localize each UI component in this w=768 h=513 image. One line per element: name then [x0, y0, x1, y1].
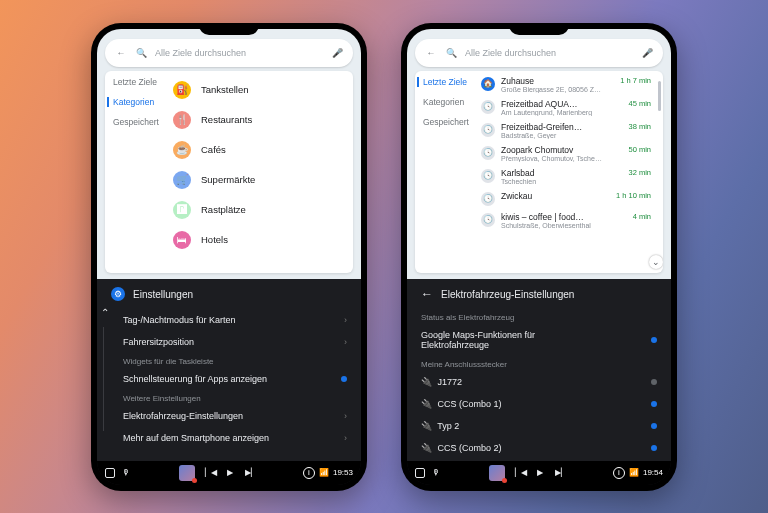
- recent-title: Zuhause: [501, 76, 614, 86]
- settings-panel-right: ← Elektrofahrzeug-Einstellungen Status a…: [407, 279, 671, 460]
- mic-nav-icon[interactable]: 🎙: [431, 468, 441, 477]
- plug-item[interactable]: 🔌 CCS (Combo 1): [421, 393, 657, 415]
- settings-panel-left: ⚙ Einstellungen ⌃ Tag-/Nachtmodus für Ka…: [97, 279, 361, 460]
- plug-item[interactable]: 🔌 Typ 2: [421, 415, 657, 437]
- recent-title: Freizeitbad-Greifen…: [501, 122, 622, 132]
- setting-maps-ev[interactable]: Google Maps-Funktionen für Elektrofahrze…: [421, 324, 657, 356]
- scrollbar-thumb[interactable]: [658, 81, 661, 111]
- status-label: Status als Elektrofahrzeug: [421, 309, 657, 324]
- settings-title: Elektrofahrzeug-Einstellungen: [441, 289, 574, 300]
- toggle-off[interactable]: [651, 379, 657, 385]
- recent-item[interactable]: 🕓Zoopark ChomutovPřemyslova, Chomutov, T…: [477, 142, 661, 165]
- recent-item[interactable]: 🕓Freizeitbad AQUA…Am Lautengrund, Marien…: [477, 96, 661, 119]
- plugs-label: Meine Anschlussstecker: [421, 356, 657, 371]
- toggle-on[interactable]: [651, 337, 657, 343]
- recent-item[interactable]: 🕓KarlsbadTschechien32 min: [477, 165, 661, 188]
- recent-item[interactable]: 🕓Zwickau1 h 10 min: [477, 188, 661, 209]
- category-item[interactable]: ☕Cafés: [171, 135, 345, 165]
- chevron-right-icon: ›: [344, 337, 347, 347]
- notch: [199, 23, 259, 35]
- category-icon: 🅿: [173, 201, 191, 219]
- toggle-on[interactable]: [341, 376, 347, 382]
- next-icon[interactable]: ▶▏: [555, 468, 565, 477]
- category-label: Hotels: [201, 234, 228, 245]
- clock-icon: 🕓: [481, 146, 495, 160]
- setting-ev[interactable]: Elektrofahrzeug-Einstellungen›: [111, 405, 347, 427]
- recent-subtitle: Am Lautengrund, Marienberg: [501, 109, 622, 116]
- tab-categories[interactable]: Kategorien: [107, 97, 167, 107]
- setting-more[interactable]: Mehr auf dem Smartphone anzeigen›: [111, 427, 347, 449]
- mic-nav-icon[interactable]: 🎙: [121, 468, 131, 477]
- chevron-right-icon: ›: [344, 315, 347, 325]
- category-item[interactable]: 🍴Restaurants: [171, 105, 345, 135]
- mic-icon[interactable]: 🎤: [641, 48, 653, 58]
- maps-body: Letzte Ziele Kategorien Gespeichert 🏠Zuh…: [415, 71, 663, 274]
- scroll-down-icon[interactable]: ⌄: [649, 255, 663, 269]
- next-icon[interactable]: ▶▏: [245, 468, 255, 477]
- collapse-icon[interactable]: ⌃: [101, 307, 109, 318]
- plug-item[interactable]: 🔌 J1772: [421, 371, 657, 393]
- settings-header: ← Elektrofahrzeug-Einstellungen: [421, 285, 657, 309]
- category-item[interactable]: 🅿Rastplätze: [171, 195, 345, 225]
- tab-recent[interactable]: Letzte Ziele: [113, 77, 167, 87]
- category-label: Restaurants: [201, 114, 252, 125]
- chevron-right-icon: ›: [344, 433, 347, 443]
- category-label: Cafés: [201, 144, 226, 155]
- phone-right: ← 🔍 Alle Ziele durchsuchen 🎤 Letzte Ziel…: [401, 23, 677, 491]
- recent-list: 🏠ZuhauseGroße Biergasse 2E, 08056 Z…1 h …: [477, 71, 663, 274]
- setting-seat[interactable]: Fahrersitzposition›: [111, 331, 347, 353]
- back-icon[interactable]: ←: [421, 287, 433, 301]
- setting-quick[interactable]: Schnellsteuerung für Apps anzeigen: [111, 368, 347, 390]
- prev-icon[interactable]: ▏◀: [205, 468, 215, 477]
- recent-title: Zoopark Chomutov: [501, 145, 622, 155]
- back-icon[interactable]: ←: [425, 48, 437, 58]
- phone-left: ← 🔍 Alle Ziele durchsuchen 🎤 Letzte Ziel…: [91, 23, 367, 491]
- category-item[interactable]: 🛏Hotels: [171, 225, 345, 255]
- plug-icon: 🔌: [421, 399, 435, 409]
- toggle-on[interactable]: [651, 423, 657, 429]
- recents-icon[interactable]: [415, 468, 425, 478]
- tab-recent[interactable]: Letzte Ziele: [417, 77, 477, 87]
- back-icon[interactable]: ←: [115, 48, 127, 58]
- plug-icon: 🔌: [421, 421, 435, 431]
- category-icon: 🛒: [173, 171, 191, 189]
- recent-item[interactable]: 🕓Freizeitbad-Greifen…Badstraße, Geyer38 …: [477, 119, 661, 142]
- home-icon: 🏠: [481, 77, 495, 91]
- screen-right: ← 🔍 Alle Ziele durchsuchen 🎤 Letzte Ziel…: [407, 29, 671, 485]
- clock-icon: 🕓: [481, 192, 495, 206]
- play-icon[interactable]: ▶: [225, 468, 235, 477]
- settings-title: Einstellungen: [133, 289, 193, 300]
- recent-item[interactable]: 🏠ZuhauseGroße Biergasse 2E, 08056 Z…1 h …: [477, 73, 661, 96]
- album-art[interactable]: [489, 465, 505, 481]
- recent-title: Karlsbad: [501, 168, 622, 178]
- plug-item[interactable]: 🔌 CHAdeMO-Stecker: [421, 459, 657, 460]
- recent-item[interactable]: 🕓kiwis – coffee | food…Schulstraße, Ober…: [477, 209, 661, 232]
- play-icon[interactable]: ▶: [535, 468, 545, 477]
- album-art[interactable]: [179, 465, 195, 481]
- recent-title: Freizeitbad AQUA…: [501, 99, 622, 109]
- category-icon: 🍴: [173, 111, 191, 129]
- group-more: Weitere Einstellungen: [111, 390, 347, 405]
- toggle-on[interactable]: [651, 401, 657, 407]
- category-item[interactable]: 🛒Supermärkte: [171, 165, 345, 195]
- plug-icon: 🔌: [421, 443, 435, 453]
- search-bar[interactable]: ← 🔍 Alle Ziele durchsuchen 🎤: [105, 39, 353, 67]
- recents-icon[interactable]: [105, 468, 115, 478]
- clock: 19:53: [333, 468, 353, 477]
- search-bar[interactable]: ← 🔍 Alle Ziele durchsuchen 🎤: [415, 39, 663, 67]
- navbar: 🎙 ▏◀ ▶ ▶▏ i 📶 19:54: [407, 461, 671, 485]
- mic-icon[interactable]: 🎤: [331, 48, 343, 58]
- prev-icon[interactable]: ▏◀: [515, 468, 525, 477]
- tab-saved[interactable]: Gespeichert: [423, 117, 477, 127]
- tab-categories[interactable]: Kategorien: [423, 97, 477, 107]
- plug-item[interactable]: 🔌 CCS (Combo 2): [421, 437, 657, 459]
- notch: [509, 23, 569, 35]
- category-item[interactable]: ⛽Tankstellen: [171, 75, 345, 105]
- recent-time: 45 min: [628, 99, 651, 108]
- setting-daynight[interactable]: Tag-/Nachtmodus für Karten›: [111, 309, 347, 331]
- screen-left: ← 🔍 Alle Ziele durchsuchen 🎤 Letzte Ziel…: [97, 29, 361, 485]
- recent-subtitle: Schulstraße, Oberwiesenthal: [501, 222, 627, 229]
- tab-saved[interactable]: Gespeichert: [113, 117, 167, 127]
- recent-time: 1 h 10 min: [616, 191, 651, 200]
- toggle-on[interactable]: [651, 445, 657, 451]
